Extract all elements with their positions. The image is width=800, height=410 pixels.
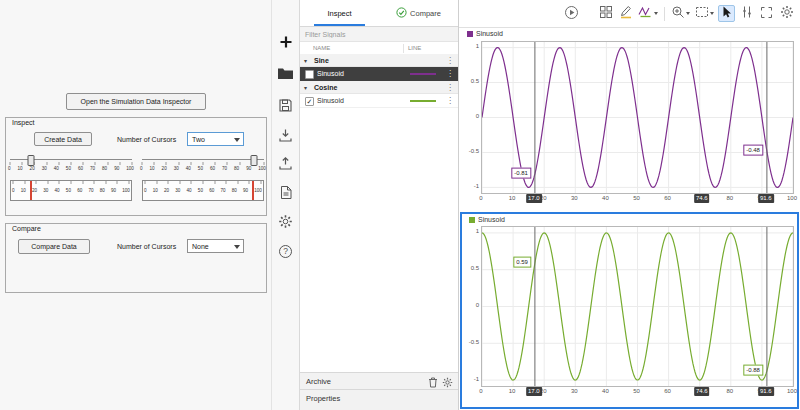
tick-mark <box>71 181 72 184</box>
signal-group-row-sine[interactable]: ▾ Sine ⋮ <box>300 54 458 67</box>
y-tick-label: 1 <box>463 228 479 234</box>
tick-label: 80 <box>232 188 237 193</box>
tick-mark <box>46 162 47 165</box>
save-session-button[interactable] <box>272 94 299 120</box>
tab-compare[interactable]: Compare <box>379 0 458 26</box>
open-session-button[interactable] <box>272 61 299 87</box>
compare-data-button[interactable]: Compare Data <box>18 239 90 254</box>
tick-mark <box>226 181 227 184</box>
compare-cursors-dropdown[interactable]: None <box>187 239 244 253</box>
plot-legend: Sinusoid <box>467 30 503 37</box>
svg-text:?: ? <box>283 246 288 256</box>
tick-mark <box>95 162 96 165</box>
cursor-time-badge[interactable]: 91.6 <box>758 194 774 203</box>
sdi-signal-panel: Inspect Compare NAME LINE ▾ Sine ⋮ Sinus… <box>300 0 458 410</box>
maximize-button[interactable] <box>758 5 775 22</box>
row-options-icon[interactable]: ⋮ <box>446 96 454 105</box>
highlight-button[interactable] <box>617 5 634 22</box>
tick-label: 10 <box>153 188 158 193</box>
plot-settings-button[interactable] <box>778 5 795 22</box>
tick-mark <box>13 181 14 184</box>
arrow-pointer-icon <box>720 5 733 22</box>
properties-bar[interactable]: Properties <box>300 389 458 410</box>
cursor-time-badge[interactable]: 17.0 <box>526 194 542 203</box>
plot-area[interactable] <box>481 226 794 387</box>
y-tick-label: -0.5 <box>463 148 479 154</box>
help-button[interactable]: ? <box>272 240 299 266</box>
open-sdi-button[interactable]: Open the Simulation Data Inspector <box>66 93 206 110</box>
export-button[interactable] <box>272 152 299 178</box>
tick-label: 80 <box>102 166 107 171</box>
create-data-button[interactable]: Create Data <box>34 132 92 146</box>
gauge-needle <box>30 181 32 200</box>
toolbar-divider <box>664 7 665 21</box>
fit-to-view-button[interactable] <box>694 5 715 22</box>
cursor1-slider[interactable]: 0102030405060708090100 <box>10 154 132 176</box>
column-line-header: LINE <box>408 45 421 51</box>
tick-label: 10 <box>18 166 23 171</box>
add-signals-button[interactable] <box>272 30 299 56</box>
slider-thumb[interactable] <box>250 155 257 166</box>
plot-checkbox[interactable] <box>305 70 314 79</box>
x-tick-label: 80 <box>726 388 733 394</box>
preferences-button[interactable] <box>272 210 299 236</box>
legend-swatch <box>467 31 473 37</box>
data-cursors-button[interactable] <box>738 5 755 22</box>
collapse-arrow-icon[interactable]: ▾ <box>304 57 307 64</box>
legend-swatch <box>469 217 475 223</box>
chevron-down-icon <box>234 245 240 249</box>
tick-mark <box>156 181 157 184</box>
collapse-arrow-icon[interactable]: ▾ <box>304 84 307 91</box>
tick-label: 50 <box>198 188 203 193</box>
y-tick-label: 1 <box>463 43 479 49</box>
folder-icon <box>277 66 294 83</box>
slider-thumb[interactable] <box>27 155 34 166</box>
signal-row-sine-sinusoid[interactable]: Sinusoid ⋮ <box>300 67 458 81</box>
create-report-button[interactable] <box>272 181 299 207</box>
cursor2-slider[interactable]: 0102030405060708090100 <box>142 154 264 176</box>
tick-label: 30 <box>174 166 179 171</box>
x-tick-label: 40 <box>602 195 609 201</box>
pointer-tool-button[interactable] <box>718 5 735 22</box>
layout-button[interactable] <box>597 5 614 22</box>
row-options-icon[interactable]: ⋮ <box>446 83 454 92</box>
legend-label: Sinusoid <box>478 216 505 223</box>
tick-label: 60 <box>77 188 82 193</box>
chevron-down-icon <box>686 12 690 15</box>
x-tick-label: 0 <box>479 195 482 201</box>
tick-mark <box>191 181 192 184</box>
filter-signals-input[interactable] <box>300 27 458 42</box>
tick-label: 50 <box>66 166 71 171</box>
archive-bar[interactable]: Archive <box>300 372 458 389</box>
row-options-icon[interactable]: ⋮ <box>446 56 454 65</box>
tick-label: 70 <box>220 188 225 193</box>
x-tick-label: 100 <box>787 388 797 394</box>
tab-inspect[interactable]: Inspect <box>300 0 379 26</box>
import-button[interactable] <box>272 124 299 150</box>
sine-subplot[interactable]: Sinusoid 010203040506070809010010.50-0.5… <box>460 28 800 212</box>
signal-row-cosine-sinusoid[interactable]: Sinusoid ⋮ <box>300 94 458 108</box>
tick-label: 40 <box>54 166 59 171</box>
cursor-time-badge[interactable]: 17.0 <box>526 387 542 396</box>
row-options-icon[interactable]: ⋮ <box>446 69 454 78</box>
tick-mark <box>145 181 146 184</box>
inspect-cursors-dropdown[interactable]: Two <box>187 132 244 146</box>
grid-layout-icon <box>599 5 613 22</box>
plot-checkbox[interactable] <box>305 97 314 106</box>
tab-compare-label: Compare <box>410 9 441 18</box>
cursor-time-badge[interactable]: 91.6 <box>758 387 774 396</box>
run-button[interactable] <box>563 5 580 22</box>
x-tick-label: 10 <box>509 388 516 394</box>
tick-mark <box>119 162 120 165</box>
cosine-subplot-selected[interactable]: Sinusoid 010203040506070809010010.50-0.5… <box>460 212 799 409</box>
tick-label: 90 <box>114 166 119 171</box>
tick-label: 10 <box>150 166 155 171</box>
cursor-delta-badge: 74.6 <box>694 194 710 203</box>
signal-style-button[interactable] <box>637 5 659 22</box>
signal-group-row-cosine[interactable]: ▾ Cosine ⋮ <box>300 81 458 94</box>
tick-mark <box>59 181 60 184</box>
zoom-button[interactable] <box>670 5 691 22</box>
y-tick-label: -0.5 <box>463 339 479 345</box>
tick-mark <box>264 162 265 165</box>
tick-label: 60 <box>209 188 214 193</box>
